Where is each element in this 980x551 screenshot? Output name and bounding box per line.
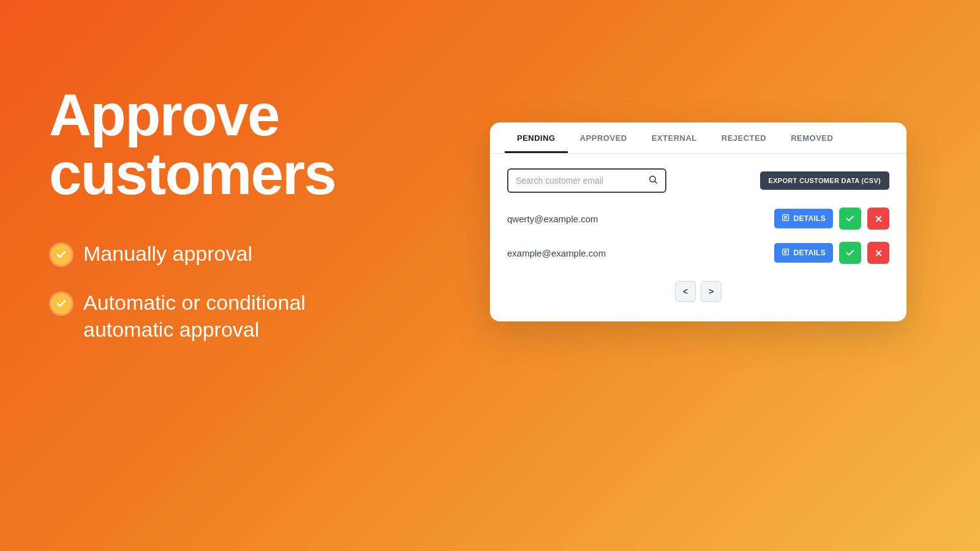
reject-icon-1: [874, 214, 883, 223]
details-icon-2: [782, 248, 790, 258]
tab-external[interactable]: EXTERNAL: [639, 122, 709, 153]
customer-email-1: qwerty@example.com: [507, 214, 774, 224]
check-badge-manual: [49, 242, 74, 267]
row-actions-2: DETAILS: [774, 242, 889, 264]
customer-email-2: example@example.com: [507, 248, 774, 258]
tab-rejected[interactable]: REJECTED: [709, 122, 778, 153]
main-title: Approve customers: [49, 86, 417, 203]
row-actions-1: DETAILS: [774, 208, 889, 230]
feature-text-automatic: Automatic or conditionalautomatic approv…: [83, 289, 306, 343]
svg-line-1: [655, 181, 657, 183]
customer-panel: PENDING APPROVED EXTERNAL REJECTED REMOV…: [490, 122, 907, 321]
checkmark-icon-2: [56, 298, 67, 309]
approve-button-2[interactable]: [839, 242, 861, 264]
panel-body: EXPORT CUSTOMER DATA (CSV) qwerty@exampl…: [490, 154, 907, 321]
feature-item-automatic: Automatic or conditionalautomatic approv…: [49, 289, 417, 343]
reject-icon-2: [874, 249, 883, 258]
pagination-prev-button[interactable]: <: [675, 281, 696, 302]
check-badge-automatic: [49, 291, 74, 316]
reject-button-2[interactable]: [867, 242, 889, 264]
pagination-next-button[interactable]: >: [701, 281, 722, 302]
tabs-container: PENDING APPROVED EXTERNAL REJECTED REMOV…: [490, 122, 907, 154]
details-button-1[interactable]: DETAILS: [774, 209, 833, 228]
search-input-wrap[interactable]: [507, 168, 666, 193]
pagination: < >: [507, 281, 889, 302]
approve-button-1[interactable]: [839, 208, 861, 230]
customer-list: qwerty@example.com DETAILS: [507, 205, 889, 266]
approve-icon-2: [845, 248, 855, 258]
details-icon-1: [782, 214, 790, 223]
search-input[interactable]: [516, 176, 643, 186]
table-row: example@example.com DETAILS: [507, 239, 889, 266]
tab-pending[interactable]: PENDING: [505, 122, 568, 153]
search-row: EXPORT CUSTOMER DATA (CSV): [507, 168, 889, 193]
checkmark-icon: [56, 249, 67, 260]
title-line1: Approve: [49, 82, 279, 148]
features-list: Manually approval Automatic or condition…: [49, 240, 417, 343]
approve-icon-1: [845, 214, 855, 223]
feature-text-manual: Manually approval: [83, 240, 252, 267]
details-button-2[interactable]: DETAILS: [774, 243, 833, 263]
feature-item-manual: Manually approval: [49, 240, 417, 267]
tab-approved[interactable]: APPROVED: [568, 122, 639, 153]
left-section: Approve customers Manually approval: [49, 86, 417, 343]
reject-button-1[interactable]: [867, 208, 889, 230]
table-row: qwerty@example.com DETAILS: [507, 205, 889, 232]
search-icon: [648, 174, 658, 187]
tab-removed[interactable]: REMOVED: [778, 122, 845, 153]
title-line2: customers: [49, 141, 336, 206]
export-csv-button[interactable]: EXPORT CUSTOMER DATA (CSV): [760, 171, 889, 190]
